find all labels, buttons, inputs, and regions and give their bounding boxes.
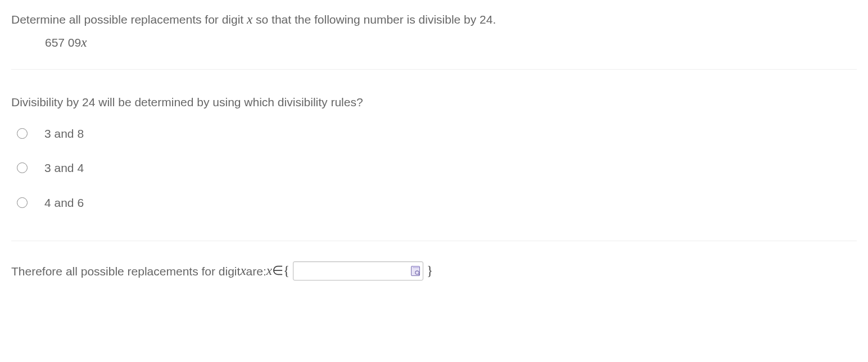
radio-icon[interactable] <box>17 197 28 208</box>
answer-pre: Therefore all possible replacements for … <box>11 263 240 280</box>
problem-number-prefix: 657 09 <box>45 36 81 49</box>
problem-number-variable: x <box>81 35 87 49</box>
problem-number: 657 09x <box>11 33 857 53</box>
problem-statement: Determine all possible replacements for … <box>11 10 857 30</box>
option-label: 3 and 4 <box>44 159 84 177</box>
problem-variable: x <box>247 12 252 26</box>
answer-close-brace: } <box>427 261 433 281</box>
option-row-1[interactable]: 3 and 8 <box>11 125 857 143</box>
question-section: Divisibility by 24 will be determined by… <box>11 70 857 241</box>
answer-element-of: ∈{ <box>272 261 290 281</box>
problem-prompt-post: so that the following number is divisibl… <box>252 13 496 26</box>
option-row-3[interactable]: 4 and 6 <box>11 194 857 212</box>
answer-variable: x <box>240 261 246 281</box>
option-label: 4 and 6 <box>44 194 84 212</box>
option-label: 3 and 8 <box>44 125 84 143</box>
radio-icon[interactable] <box>17 162 28 173</box>
option-row-2[interactable]: 3 and 4 <box>11 159 857 177</box>
answer-input[interactable] <box>293 261 423 280</box>
radio-icon[interactable] <box>17 128 28 139</box>
problem-prompt-pre: Determine all possible replacements for … <box>11 13 247 26</box>
question-text: Divisibility by 24 will be determined by… <box>11 93 857 111</box>
answer-mid: are: <box>246 263 266 280</box>
answer-set-variable: x <box>266 261 272 281</box>
formula-editor-icon[interactable] <box>410 265 421 277</box>
answer-section: Therefore all possible replacements for … <box>11 241 857 281</box>
svg-rect-1 <box>413 266 419 269</box>
problem-container: Determine all possible replacements for … <box>0 0 868 281</box>
